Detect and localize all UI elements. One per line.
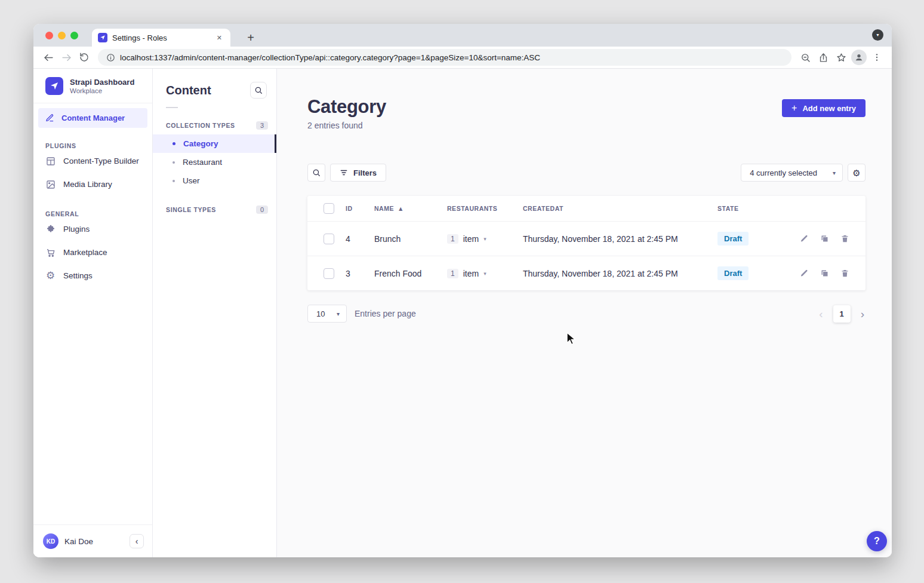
- sort-ascending-icon: ▲: [398, 205, 404, 212]
- relation-label: item: [463, 269, 479, 278]
- url-text: localhost:1337/admin/content-manager/col…: [120, 53, 540, 62]
- brand-block[interactable]: Strapi Dashboard Workplace: [33, 69, 152, 103]
- sidebar-item-label: Settings: [63, 271, 93, 280]
- sidebar-item-plugins[interactable]: Plugins: [33, 217, 152, 241]
- collapse-sidebar-button[interactable]: ‹: [130, 534, 144, 548]
- chevron-down-icon: ▾: [483, 271, 486, 277]
- zoom-search-icon[interactable]: [796, 48, 814, 66]
- main-content: Category 2 entries found + Add new entry: [277, 69, 892, 557]
- current-page-button[interactable]: 1: [833, 305, 851, 323]
- sidebar-item-content-manager[interactable]: Content Manager: [38, 108, 147, 128]
- column-header-createdat[interactable]: CREATEDAT: [523, 205, 717, 212]
- gear-icon: ⚙: [45, 271, 56, 281]
- general-section-label: GENERAL: [45, 210, 140, 217]
- previous-page-icon[interactable]: ‹: [818, 308, 824, 320]
- collection-type-label: User: [183, 176, 200, 185]
- next-page-icon[interactable]: ›: [860, 308, 866, 320]
- select-all-checkbox[interactable]: [324, 203, 334, 214]
- browser-tab[interactable]: Settings - Roles ✕: [92, 29, 230, 47]
- filter-icon: [340, 168, 348, 177]
- filters-button[interactable]: Filters: [330, 164, 386, 182]
- new-tab-button[interactable]: +: [242, 29, 259, 46]
- entries-table: ID NAME ▲ RESTAURANTS CREATEDAT STATE 4: [307, 196, 866, 290]
- page-size-select[interactable]: 10 ▾: [307, 305, 347, 323]
- cell-restaurants[interactable]: 1 item ▾: [447, 269, 523, 278]
- panel-divider: [166, 107, 178, 108]
- column-header-restaurants[interactable]: RESTAURANTS: [447, 205, 523, 212]
- browser-menu-icon[interactable]: [868, 48, 886, 66]
- cell-createdat: Thursday, November 18, 2021 at 2:45 PM: [523, 269, 717, 278]
- trash-icon[interactable]: [840, 234, 849, 243]
- desktop-background: Settings - Roles ✕ + ▼ localhost:1337/ad…: [0, 0, 924, 583]
- user-avatar[interactable]: KD: [43, 533, 58, 549]
- minimize-window-button[interactable]: [58, 32, 66, 39]
- window-controls: [45, 32, 78, 39]
- column-header-name[interactable]: NAME ▲: [374, 205, 447, 212]
- sidebar-item-media-library[interactable]: Media Library: [33, 173, 152, 196]
- trash-icon[interactable]: [840, 269, 849, 278]
- sidebar-item-settings[interactable]: ⚙ Settings: [33, 264, 152, 287]
- share-icon[interactable]: [814, 48, 832, 66]
- duplicate-icon[interactable]: [820, 234, 829, 243]
- table-search-icon[interactable]: [307, 164, 325, 182]
- browser-avatar-icon[interactable]: [851, 50, 867, 65]
- panel-title: Content: [166, 84, 211, 97]
- edit-pencil-icon[interactable]: [800, 234, 809, 243]
- relation-count-badge: 1: [447, 234, 458, 244]
- help-button[interactable]: ?: [867, 531, 887, 551]
- collection-types-label: COLLECTION TYPES: [166, 122, 235, 129]
- strapi-logo: [45, 77, 63, 95]
- status-badge: Draft: [717, 232, 749, 246]
- collection-type-label: Category: [183, 139, 218, 148]
- column-header-state[interactable]: STATE: [717, 205, 789, 212]
- fields-selected-dropdown[interactable]: 4 currently selected ▾: [741, 164, 843, 182]
- address-bar[interactable]: localhost:1337/admin/content-manager/col…: [98, 49, 791, 66]
- page-title: Category: [307, 96, 386, 118]
- user-name: Kai Doe: [64, 537, 93, 546]
- duplicate-icon[interactable]: [820, 269, 829, 278]
- search-icon[interactable]: [250, 82, 267, 99]
- column-header-id[interactable]: ID: [346, 205, 374, 212]
- single-types-count-badge: 0: [256, 205, 268, 214]
- browser-profile-chip[interactable]: ▼: [872, 29, 883, 41]
- collection-type-category[interactable]: Category: [153, 134, 276, 153]
- reload-icon[interactable]: [75, 48, 93, 66]
- row-checkbox[interactable]: [324, 234, 334, 244]
- chevron-down-icon: ▾: [833, 170, 836, 176]
- panel-scrollbar-thumb[interactable]: [275, 134, 276, 153]
- relation-count-badge: 1: [447, 269, 458, 278]
- table-row[interactable]: 3 French Food 1 item ▾ Thursday, Novembe…: [307, 256, 866, 290]
- collection-type-user[interactable]: User: [153, 171, 276, 190]
- table-row[interactable]: 4 Brunch 1 item ▾ Thursday, November 18,…: [307, 221, 866, 256]
- collection-type-restaurant[interactable]: Restaurant: [153, 153, 276, 171]
- tab-close-icon[interactable]: ✕: [214, 33, 224, 43]
- browser-toolbar: localhost:1337/admin/content-manager/col…: [33, 47, 892, 69]
- cell-name: Brunch: [374, 234, 447, 244]
- sidebar-item-content-type-builder[interactable]: Content-Type Builder: [33, 149, 152, 173]
- table-settings-gear-icon[interactable]: ⚙: [848, 164, 866, 182]
- layout-icon: [45, 157, 56, 166]
- content-types-panel: Content COLLECTION TYPES 3 Category: [153, 69, 277, 557]
- cell-createdat: Thursday, November 18, 2021 at 2:45 PM: [523, 234, 717, 244]
- browser-tab-strip: Settings - Roles ✕ + ▼: [33, 24, 892, 47]
- close-window-button[interactable]: [45, 32, 53, 39]
- add-new-entry-button[interactable]: + Add new entry: [782, 99, 866, 117]
- forward-icon[interactable]: [57, 48, 75, 66]
- fields-selected-label: 4 currently selected: [750, 168, 817, 177]
- browser-window: Settings - Roles ✕ + ▼ localhost:1337/ad…: [33, 24, 892, 557]
- edit-pencil-icon[interactable]: [800, 269, 809, 278]
- zoom-window-button[interactable]: [70, 32, 78, 39]
- cell-restaurants[interactable]: 1 item ▾: [447, 234, 523, 244]
- add-button-label: Add new entry: [802, 104, 856, 113]
- row-checkbox[interactable]: [324, 268, 334, 279]
- sidebar-item-marketplace[interactable]: Marketplace: [33, 241, 152, 264]
- table-header-row: ID NAME ▲ RESTAURANTS CREATEDAT STATE: [307, 196, 866, 221]
- bookmark-star-icon[interactable]: [832, 48, 850, 66]
- site-info-icon[interactable]: [106, 53, 115, 62]
- cart-icon: [45, 248, 56, 257]
- image-icon: [45, 180, 56, 189]
- puzzle-icon: [45, 225, 56, 234]
- brand-subtitle: Workplace: [70, 87, 134, 94]
- back-icon[interactable]: [39, 48, 57, 66]
- plugins-section-label: PLUGINS: [45, 142, 140, 149]
